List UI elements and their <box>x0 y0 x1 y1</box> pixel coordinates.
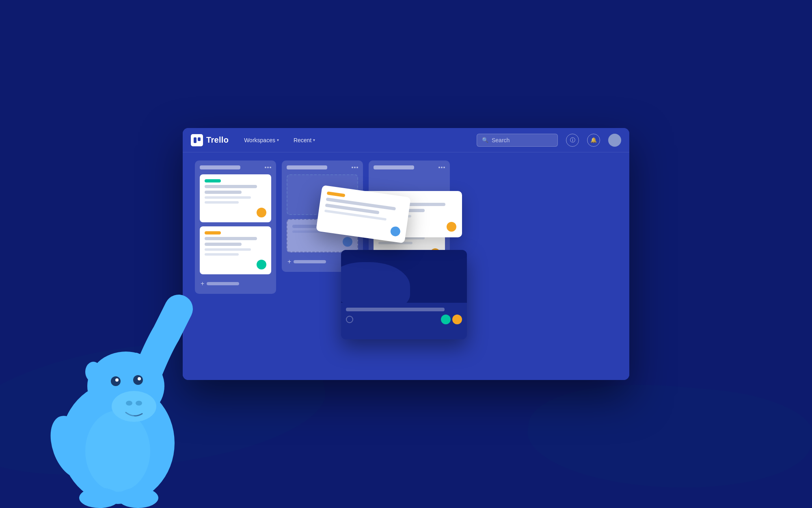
svg-point-7 <box>133 375 143 385</box>
recent-chevron-icon: ▾ <box>313 138 315 142</box>
search-icon: 🔍 <box>482 137 488 143</box>
modal-avatars <box>441 315 462 324</box>
hippo-character <box>41 272 195 508</box>
column-2-header <box>287 165 358 169</box>
card-title-bar-short <box>205 191 242 194</box>
search-placeholder: Search <box>492 137 510 143</box>
modal-avatar-orange <box>452 315 462 324</box>
dot <box>438 167 440 168</box>
card-avatar-teal <box>257 260 266 269</box>
card-desc-bar-short <box>378 242 412 244</box>
svg-point-15 <box>118 488 158 508</box>
card-title-bar-short <box>205 243 242 246</box>
modal-wave-shape <box>341 262 410 303</box>
column-2-menu[interactable] <box>352 167 358 168</box>
dot <box>265 167 266 168</box>
modal-top-area <box>341 250 467 303</box>
dot <box>356 167 358 168</box>
card-title-bar <box>205 185 257 188</box>
add-card-plus-icon: + <box>201 280 204 287</box>
svg-point-10 <box>111 355 121 365</box>
info-button[interactable]: ⓘ <box>566 134 579 147</box>
dot <box>267 167 269 168</box>
floating-card-tag <box>327 191 346 197</box>
card-1-2[interactable] <box>200 226 271 274</box>
modal-circle-icon <box>346 316 353 323</box>
card-desc-bar-short <box>205 253 239 256</box>
column-1-menu[interactable] <box>265 167 271 168</box>
logo-area: Trello <box>191 134 229 146</box>
svg-point-4 <box>126 401 132 406</box>
card-desc-bar <box>205 248 251 251</box>
recent-nav-item[interactable]: Recent ▾ <box>290 135 318 146</box>
svg-point-5 <box>136 401 142 406</box>
card-1-1[interactable] <box>200 174 271 222</box>
card-footer <box>292 237 352 247</box>
svg-point-14 <box>79 488 120 508</box>
info-icon: ⓘ <box>570 137 575 144</box>
recent-label: Recent <box>294 137 311 143</box>
browser-window: Trello Workspaces ▾ Recent ▾ 🔍 Search ⓘ … <box>183 128 629 380</box>
svg-point-9 <box>138 377 141 380</box>
board-content: + <box>183 152 629 380</box>
logo-text: Trello <box>206 135 229 145</box>
column-3-menu[interactable] <box>438 167 445 168</box>
svg-point-2 <box>87 352 164 421</box>
svg-point-8 <box>115 378 119 382</box>
card-desc-bar <box>205 196 251 199</box>
elevated-card-avatar <box>447 222 456 232</box>
add-card-label-bar <box>207 282 239 285</box>
dot <box>354 167 356 168</box>
dot <box>443 167 445 168</box>
card-tag-orange <box>205 231 221 234</box>
bg-wave-2 <box>524 374 812 500</box>
workspaces-label: Workspaces <box>244 137 275 143</box>
add-card-plus-icon: + <box>287 258 291 265</box>
floating-modal-card <box>341 250 467 339</box>
svg-point-1 <box>43 410 99 484</box>
add-card-label-bar <box>294 260 326 263</box>
workspaces-nav-item[interactable]: Workspaces ▾ <box>241 135 282 146</box>
svg-point-6 <box>111 376 121 386</box>
svg-point-12 <box>85 362 102 382</box>
board-column-1: + <box>195 161 276 294</box>
dot <box>270 167 271 168</box>
workspaces-chevron-icon: ▾ <box>277 138 279 142</box>
column-2-title <box>287 165 327 169</box>
column-3-title <box>374 165 414 169</box>
card-title-bar <box>205 237 257 240</box>
svg-point-13 <box>85 410 150 492</box>
card-footer <box>205 260 266 269</box>
modal-footer <box>346 315 462 324</box>
modal-bottom-area <box>341 303 467 329</box>
card-footer <box>205 208 266 217</box>
modal-avatar-teal <box>441 315 451 324</box>
add-card-button-1[interactable]: + <box>200 278 271 289</box>
floating-card-avatar <box>390 226 401 237</box>
dot <box>441 167 443 168</box>
navbar: Trello Workspaces ▾ Recent ▾ 🔍 Search ⓘ … <box>183 128 629 152</box>
modal-title-bar <box>346 308 445 311</box>
bell-icon: 🔔 <box>590 137 597 143</box>
card-avatar-blue <box>343 237 352 247</box>
search-bar[interactable]: 🔍 Search <box>477 134 558 147</box>
svg-point-0 <box>61 382 175 504</box>
hippo-svg <box>41 272 195 508</box>
card-tag-green <box>205 179 221 182</box>
column-1-header <box>200 165 271 169</box>
bell-button[interactable]: 🔔 <box>587 134 600 147</box>
card-avatar-orange <box>257 208 266 217</box>
trello-logo-icon <box>191 134 203 146</box>
svg-point-11 <box>131 353 141 363</box>
column-1-title <box>200 165 240 169</box>
svg-point-3 <box>112 391 156 422</box>
user-avatar[interactable] <box>608 134 621 147</box>
column-3-header <box>374 165 445 169</box>
dot <box>352 167 353 168</box>
card-desc-bar-short <box>205 201 239 204</box>
